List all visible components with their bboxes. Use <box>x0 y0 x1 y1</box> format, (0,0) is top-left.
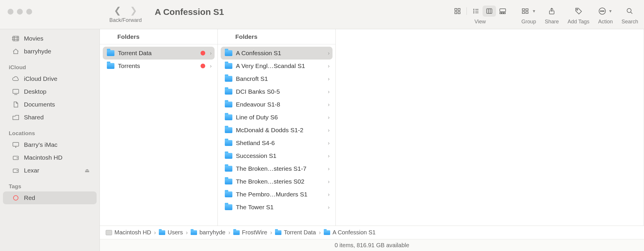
chevron-right-icon: › <box>328 127 330 133</box>
status-bar: 0 items, 816.91 GB available <box>100 239 644 251</box>
path-separator: › <box>186 229 188 236</box>
folder-name: DCI Banks S0-5 <box>236 88 324 95</box>
gallery-icon <box>499 8 507 15</box>
folder-name: Torrents <box>118 62 197 69</box>
group-icon <box>521 8 530 15</box>
folder-icon <box>225 127 232 133</box>
nav-label: Back/Forward <box>109 17 142 23</box>
folder-icon <box>191 230 197 235</box>
path-segment[interactable]: Users <box>159 229 183 236</box>
nav-group: ❮ ❯ Back/Forward <box>105 3 146 23</box>
chevron-right-icon: › <box>210 50 212 56</box>
column-header[interactable]: Folders <box>100 29 217 44</box>
chevron-right-icon: › <box>328 89 330 95</box>
folder-icon <box>275 230 281 235</box>
folder-row[interactable]: Shetland S4-6› <box>221 137 333 149</box>
path-label: Users <box>168 229 183 236</box>
folder-icon <box>225 166 232 172</box>
folder-row[interactable]: Succession S1› <box>221 149 333 162</box>
disk-icon <box>12 154 20 161</box>
svg-rect-18 <box>522 12 525 13</box>
sidebar-item-label: Red <box>24 194 35 201</box>
sidebar-item[interactable]: Barry's iMac <box>3 138 97 151</box>
folder-row[interactable]: DCI Banks S0-5› <box>221 85 333 98</box>
sidebar-item[interactable]: barryhyde <box>3 45 97 58</box>
sidebar-item[interactable]: iCloud Drive <box>3 72 97 85</box>
folder-row[interactable]: Endeavour S1-8› <box>221 98 333 111</box>
folder-icon <box>225 179 232 184</box>
folder-icon <box>225 63 232 69</box>
folder-icon <box>225 102 232 107</box>
path-segment[interactable]: A Confession S1 <box>324 229 376 236</box>
folder-row[interactable]: McDonald & Dodds S1-2› <box>221 124 333 137</box>
path-segment[interactable]: Torrent Data <box>275 229 316 236</box>
path-segment[interactable]: barryhyde <box>191 229 225 236</box>
sidebar-tag-item[interactable]: Red <box>3 191 97 204</box>
view-switcher <box>450 5 510 17</box>
list-view-button[interactable] <box>469 6 483 17</box>
minimize-window[interactable] <box>17 9 23 15</box>
search-button[interactable]: Search <box>622 5 638 25</box>
sidebar-item-label: barryhyde <box>24 48 51 55</box>
folder-row[interactable]: The Pembro…Murders S1› <box>221 188 333 201</box>
close-window[interactable] <box>8 9 13 15</box>
folder-name: Succession S1 <box>236 152 324 159</box>
folder-row[interactable]: Bancroft S1› <box>221 72 333 85</box>
add-tags-button[interactable]: Add Tags <box>568 5 589 25</box>
window-title: A Confession S1 <box>146 3 450 17</box>
chevron-right-icon: › <box>328 166 330 172</box>
path-separator: › <box>319 229 321 236</box>
svg-rect-17 <box>522 9 525 11</box>
folder-icon <box>225 114 232 120</box>
group-button[interactable]: ▼ Group <box>521 5 536 25</box>
back-button[interactable]: ❮ <box>114 5 121 15</box>
zoom-window[interactable] <box>26 9 32 15</box>
folder-name: The Pembro…Murders S1 <box>236 191 324 198</box>
path-segment[interactable]: FrostWire <box>233 229 267 236</box>
search-icon <box>626 7 633 15</box>
folder-row[interactable]: Torrent Data› <box>103 47 215 60</box>
path-segment[interactable]: Macintosh HD <box>106 229 151 236</box>
sidebar-item[interactable]: Macintosh HD <box>3 151 97 164</box>
folder-row[interactable]: A Confession S1› <box>221 47 333 60</box>
sidebar-section-icloud: iCloud <box>0 58 100 72</box>
folder-icon <box>225 50 232 56</box>
sidebar-section-tags: Tags <box>0 177 100 191</box>
svg-rect-29 <box>13 36 19 41</box>
sidebar-item[interactable]: Shared <box>3 111 97 124</box>
column-3 <box>336 29 644 226</box>
folder-row[interactable]: The Broken…steries S1-7› <box>221 162 333 175</box>
folder-row[interactable]: The Broken…steries S02› <box>221 175 333 188</box>
svg-rect-15 <box>502 13 503 14</box>
sidebar-item[interactable]: Lexar⏏ <box>3 164 97 177</box>
svg-point-6 <box>474 11 474 11</box>
icon-view-button[interactable] <box>451 6 464 17</box>
svg-point-25 <box>602 11 603 12</box>
film-icon <box>12 35 20 42</box>
svg-point-41 <box>17 170 18 171</box>
column-view-button[interactable] <box>483 6 496 17</box>
chevron-right-icon: › <box>328 102 330 108</box>
sidebar-item[interactable]: Desktop <box>3 85 97 98</box>
folder-row[interactable]: The Tower S1› <box>221 201 333 214</box>
path-separator: › <box>270 229 272 236</box>
folder-name: Bancroft S1 <box>236 75 324 82</box>
action-button[interactable]: ▼ Action <box>598 5 613 25</box>
folder-row[interactable]: Torrents› <box>103 60 215 72</box>
share-icon <box>548 7 555 15</box>
desktop-icon <box>12 88 20 95</box>
eject-icon[interactable]: ⏏ <box>85 167 90 174</box>
forward-button[interactable]: ❯ <box>130 5 137 15</box>
svg-rect-14 <box>500 13 501 14</box>
share-button[interactable]: Share <box>545 5 559 25</box>
gallery-view-button[interactable] <box>496 6 509 17</box>
svg-rect-3 <box>458 12 460 14</box>
folder-row[interactable]: A Very Engl…Scandal S1› <box>221 60 333 72</box>
grid-icon <box>454 8 461 15</box>
chevron-right-icon: › <box>328 153 330 159</box>
folder-row[interactable]: Line of Duty S6› <box>221 111 333 124</box>
sidebar-item[interactable]: Documents <box>3 98 97 111</box>
document-icon <box>12 101 20 108</box>
column-header[interactable]: Folders <box>218 29 335 44</box>
sidebar-item[interactable]: Movies <box>3 32 97 45</box>
